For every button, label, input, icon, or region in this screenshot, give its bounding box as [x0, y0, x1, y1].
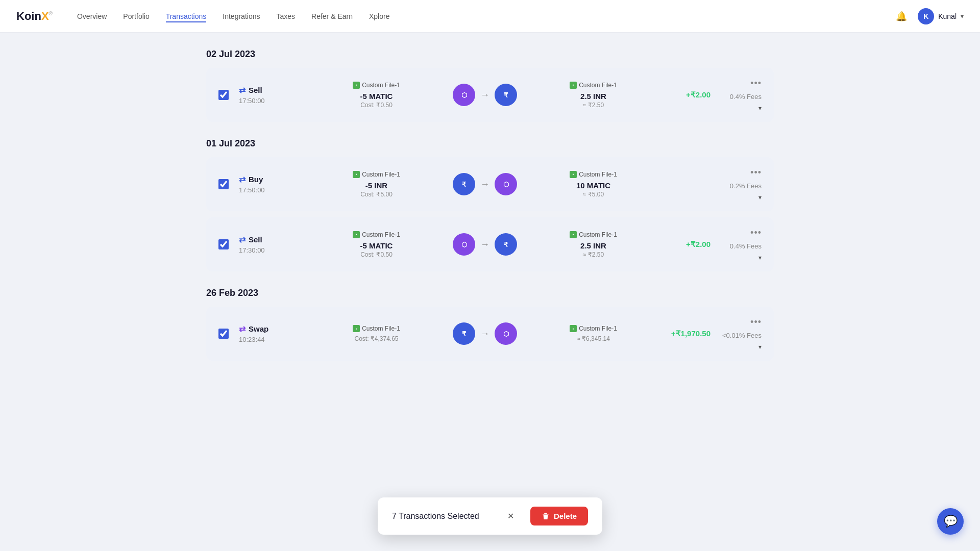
tx-checkbox[interactable]	[218, 179, 229, 189]
tx-checkbox[interactable]	[218, 239, 229, 249]
transaction-card: ⇄ Sell 17:50:00 ▪ Custom File-1 -5 MATIC…	[206, 68, 774, 122]
transaction-card: ⇄ Swap 10:23:44 ▪ Custom File-1 Cost: ₹4…	[206, 307, 774, 361]
svg-text:₹: ₹	[462, 181, 467, 188]
tx-checkbox[interactable]	[218, 329, 229, 339]
transaction-card: ⇄ Sell 17:30:00 ▪ Custom File-1 -5 MATIC…	[206, 217, 774, 271]
chat-button[interactable]: 💬	[937, 508, 964, 535]
tx-fees: 0.2% Fees	[721, 182, 762, 190]
expand-icon[interactable]: ▾	[758, 254, 762, 261]
file-icon: ▪	[570, 82, 577, 89]
nav-integrations[interactable]: Integrations	[223, 10, 260, 22]
tx-type-label: ⇄ Sell	[239, 235, 300, 244]
user-menu[interactable]: K Kunal ▾	[918, 8, 964, 24]
tx-more: ••• 0.4% Fees ▾	[721, 78, 762, 112]
from-cost: Cost: ₹5.00	[310, 191, 443, 198]
notification-bell[interactable]: 🔔	[893, 8, 910, 24]
swap-icon: ⇄	[239, 85, 246, 95]
tx-from: ▪ Custom File-1 -5 INR Cost: ₹5.00	[310, 171, 443, 198]
to-coin-icon: ⬡	[495, 322, 517, 345]
three-dots-menu[interactable]: •••	[750, 167, 762, 178]
tx-type-label: ⇄ Swap	[239, 324, 300, 334]
toast-close-button[interactable]: ✕	[504, 509, 518, 523]
main-content: 02 Jul 2023 ⇄ Sell 17:50:00 ▪ Custom Fil…	[194, 49, 786, 428]
from-cost: Cost: ₹0.50	[310, 102, 443, 109]
svg-rect-17	[543, 514, 549, 515]
header-right: 🔔 K Kunal ▾	[893, 8, 964, 24]
from-coin-icon: ₹	[453, 173, 475, 195]
tx-from: ▪ Custom File-1 -5 MATIC Cost: ₹0.50	[310, 231, 443, 258]
from-source-label: ▪ Custom File-1	[310, 82, 443, 89]
to-source-label: ▪ Custom File-1	[527, 82, 659, 89]
svg-text:⬡: ⬡	[461, 241, 467, 248]
file-icon: ▪	[570, 231, 577, 238]
delete-button[interactable]: Delete	[530, 507, 588, 525]
to-amount: 10 MATIC	[527, 181, 659, 190]
logo[interactable]: KoinX®	[16, 10, 53, 23]
tx-to: ▪ Custom File-1 2.5 INR ≈ ₹2.50	[527, 231, 659, 258]
nav-taxes[interactable]: Taxes	[276, 10, 295, 22]
arrow-icon: →	[480, 329, 489, 339]
tx-checkbox-wrap[interactable]	[218, 239, 229, 249]
avatar: K	[918, 8, 934, 24]
tx-checkbox-wrap[interactable]	[218, 179, 229, 189]
arrow-icon: →	[480, 239, 489, 250]
tx-time: 17:30:00	[239, 246, 300, 254]
expand-icon[interactable]: ▾	[758, 343, 762, 350]
chevron-down-icon: ▾	[961, 13, 964, 20]
file-icon: ▪	[353, 82, 360, 89]
tx-checkbox[interactable]	[218, 90, 229, 100]
logo-reg-text: ®	[49, 11, 53, 16]
tx-time: 17:50:00	[239, 97, 300, 105]
to-amount: 2.5 INR	[527, 92, 659, 101]
svg-text:⬡: ⬡	[461, 91, 467, 99]
swap-icon: ⇄	[239, 235, 246, 244]
three-dots-menu[interactable]: •••	[750, 317, 762, 328]
to-approx: ≈ ₹2.50	[527, 102, 659, 109]
nav-overview[interactable]: Overview	[77, 10, 107, 22]
from-amount: -5 MATIC	[310, 241, 443, 250]
nav-transactions[interactable]: Transactions	[166, 10, 207, 22]
tx-more: ••• <0.01% Fees ▾	[721, 317, 762, 350]
tx-fees: <0.01% Fees	[721, 332, 762, 339]
svg-text:⬡: ⬡	[503, 181, 509, 188]
swap-icon: ⇄	[239, 174, 246, 184]
file-icon: ▪	[353, 171, 360, 178]
tx-from: ▪ Custom File-1 Cost: ₹4,374.65	[310, 325, 443, 342]
to-source-label: ▪ Custom File-1	[527, 231, 659, 238]
three-dots-menu[interactable]: •••	[750, 228, 762, 238]
tx-gain: +₹1,970.50	[670, 329, 710, 338]
from-coin-icon: ₹	[453, 322, 475, 345]
three-dots-menu[interactable]: •••	[750, 78, 762, 89]
arrow-icon: →	[480, 179, 489, 190]
date-header-feb26: 26 Feb 2023	[206, 288, 774, 298]
tx-checkbox-wrap[interactable]	[218, 329, 229, 339]
tx-gain: +₹2.00	[670, 240, 710, 249]
tx-type: ⇄ Sell 17:30:00	[239, 235, 300, 254]
to-source-label: ▪ Custom File-1	[527, 325, 659, 332]
arrow-icon: →	[480, 90, 489, 101]
tx-from: ▪ Custom File-1 -5 MATIC Cost: ₹0.50	[310, 82, 443, 109]
tx-type-label: ⇄ Buy	[239, 174, 300, 184]
header: KoinX® Overview Portfolio Transactions I…	[0, 0, 980, 33]
nav-refer-earn[interactable]: Refer & Earn	[311, 10, 353, 22]
tx-checkbox-wrap[interactable]	[218, 90, 229, 100]
expand-icon[interactable]: ▾	[758, 105, 762, 112]
chat-icon: 💬	[944, 515, 958, 528]
to-approx: ≈ ₹5.00	[527, 191, 659, 198]
nav-portfolio[interactable]: Portfolio	[123, 10, 149, 22]
svg-text:₹: ₹	[462, 330, 467, 338]
file-icon: ▪	[353, 325, 360, 332]
tx-more: ••• 0.2% Fees ▾	[721, 167, 762, 201]
logo-koin-text: Koin	[16, 10, 41, 23]
tx-arrow: ₹ → ⬡	[453, 322, 517, 345]
to-approx: ≈ ₹6,345.14	[527, 335, 659, 342]
nav-xplore[interactable]: Xplore	[369, 10, 389, 22]
expand-icon[interactable]: ▾	[758, 194, 762, 201]
tx-fees: 0.4% Fees	[721, 242, 762, 250]
tx-fees: 0.4% Fees	[721, 93, 762, 101]
tx-type-label: ⇄ Sell	[239, 85, 300, 95]
swap-icon: ⇄	[239, 324, 246, 334]
tx-time: 17:50:00	[239, 186, 300, 194]
tx-type: ⇄ Sell 17:50:00	[239, 85, 300, 105]
file-icon: ▪	[570, 171, 577, 178]
